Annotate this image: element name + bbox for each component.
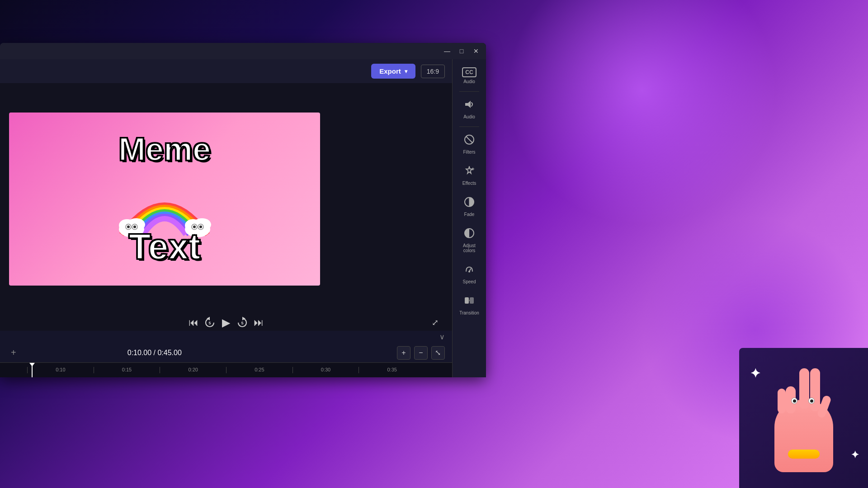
expand-button[interactable]: ⤢ xyxy=(427,314,443,331)
sidebar-item-fade[interactable]: Fade xyxy=(455,192,484,221)
sidebar-item-filters-label: Filters xyxy=(463,150,475,155)
ruler-mark-2: 0:20 xyxy=(160,367,226,373)
ruler-marks: 0:10 0:15 0:20 0:25 0:30 0:35 xyxy=(0,367,452,373)
ruler-mark-3: 0:25 xyxy=(226,367,292,373)
skip-forward-button[interactable]: ⏭ xyxy=(250,314,267,331)
zoom-in-button[interactable]: + xyxy=(397,346,410,360)
ruler-mark-0: 0:10 xyxy=(27,367,94,373)
preview-container: Meme xyxy=(0,83,452,314)
export-button[interactable]: Export ▾ xyxy=(371,64,415,79)
sidebar-item-audio-label: Audio xyxy=(463,114,475,119)
svg-rect-29 xyxy=(470,297,474,304)
transition-icon xyxy=(464,295,475,309)
editor-area: Export ▾ 16:9 Meme xyxy=(0,59,452,377)
svg-text:5: 5 xyxy=(241,321,243,325)
add-media-button[interactable]: + xyxy=(7,346,20,360)
adjust-colors-icon xyxy=(464,228,475,241)
sidebar-divider-2 xyxy=(459,127,479,127)
sidebar-divider-1 xyxy=(459,91,479,92)
skip-back-button[interactable]: ⏮ xyxy=(185,314,202,331)
playback-controls: ⏮ 5 ▶ 5 xyxy=(0,314,452,331)
content-area: Export ▾ 16:9 Meme xyxy=(0,59,486,377)
play-button[interactable]: ▶ xyxy=(218,314,234,331)
sidebar-item-speed[interactable]: Speed xyxy=(455,259,484,289)
preview-text-bottom: Text xyxy=(129,226,201,267)
timeline-collapse-row: ∨ xyxy=(0,331,452,343)
maximize-button[interactable]: □ xyxy=(455,45,468,57)
sidebar-item-speed-label: Speed xyxy=(463,279,476,284)
sidebar-item-adjust-colors-label: Adjust colors xyxy=(458,243,481,253)
preview-canvas: Meme xyxy=(9,113,320,286)
timeline-collapse-button[interactable]: ∨ xyxy=(436,331,448,343)
svg-point-27 xyxy=(468,271,470,272)
filters-icon xyxy=(464,134,475,148)
toolbar: Export ▾ 16:9 xyxy=(0,59,452,83)
ruler-mark-5: 0:35 xyxy=(359,367,425,373)
ruler-mark-1: 0:15 xyxy=(94,367,160,373)
sidebar-item-caption[interactable]: CC Audio xyxy=(455,63,484,89)
ruler-mark-4: 0:30 xyxy=(292,367,359,373)
sparkle-2-icon: ✦ xyxy=(851,449,859,461)
sidebar-item-filters[interactable]: Filters xyxy=(455,130,484,159)
cc-icon: CC xyxy=(462,67,476,77)
svg-rect-28 xyxy=(465,297,469,304)
forward5-button[interactable]: 5 xyxy=(234,314,250,331)
playback-controls-container: ⏮ 5 ▶ 5 xyxy=(0,314,452,331)
sidebar-item-effects-label: Effects xyxy=(462,181,476,186)
aspect-ratio-button[interactable]: 16:9 xyxy=(421,65,445,78)
timeline-header: + 0:10.00 / 0:45.00 + − ⤡ xyxy=(0,343,452,363)
app-window: — □ ✕ Export ▾ 16:9 Meme xyxy=(0,43,486,377)
sidebar-item-effects[interactable]: Effects xyxy=(455,161,484,190)
export-label: Export xyxy=(379,67,401,75)
speaker-icon xyxy=(464,99,475,113)
fade-icon xyxy=(464,197,475,210)
zoom-out-button[interactable]: − xyxy=(414,346,428,360)
sidebar-item-fade-label: Fade xyxy=(464,212,475,217)
timeline-ruler: 0:10 0:15 0:20 0:25 0:30 0:35 xyxy=(0,363,452,377)
minimize-button[interactable]: — xyxy=(441,45,453,57)
svg-marker-18 xyxy=(465,101,471,108)
preview-text-top: Meme xyxy=(118,131,211,168)
svg-text:5: 5 xyxy=(208,321,211,325)
rewind5-button[interactable]: 5 xyxy=(202,314,218,331)
right-sidebar: CC Audio Audio xyxy=(452,59,486,377)
speed-icon xyxy=(464,264,475,277)
playhead[interactable] xyxy=(32,363,33,377)
close-button[interactable]: ✕ xyxy=(470,45,482,57)
sidebar-item-audio[interactable]: Audio xyxy=(455,94,484,124)
effects-icon xyxy=(464,165,475,179)
title-bar: — □ ✕ xyxy=(0,43,486,59)
svg-line-20 xyxy=(466,136,472,143)
sidebar-item-adjust-colors[interactable]: Adjust colors xyxy=(455,223,484,258)
sidebar-item-transition-label: Transition xyxy=(459,310,479,315)
thumbnail-preview-card: ✦ xyxy=(739,348,868,488)
timeline-time-display: 0:10.00 / 0:45.00 xyxy=(127,349,182,357)
timeline-zoom-controls: + − ⤡ xyxy=(397,346,445,360)
sidebar-item-caption-label: Audio xyxy=(463,79,475,84)
export-chevron-icon: ▾ xyxy=(405,68,407,75)
sidebar-item-transition[interactable]: Transition xyxy=(455,291,484,320)
thumbnail-character xyxy=(759,364,849,472)
fit-button[interactable]: ⤡ xyxy=(431,346,445,360)
